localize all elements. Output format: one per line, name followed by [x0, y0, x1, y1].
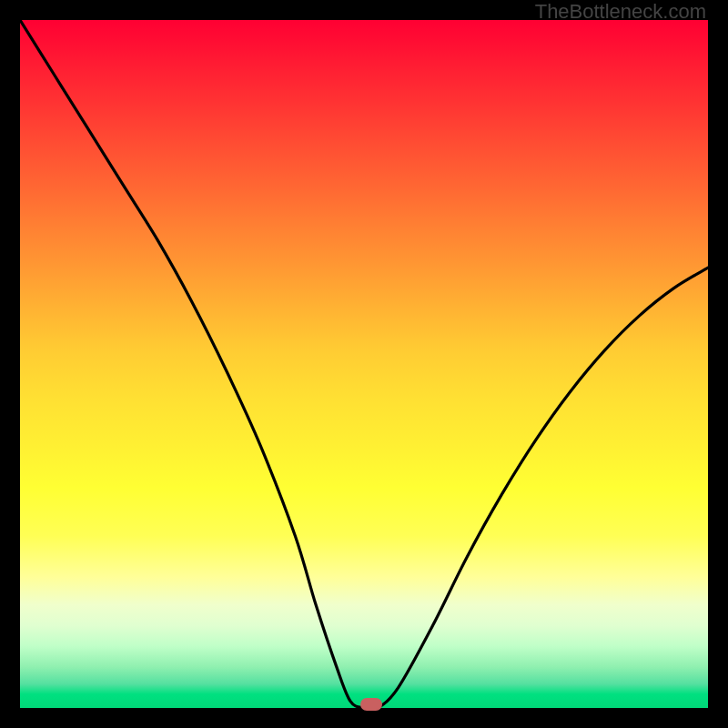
curve-svg [20, 20, 708, 708]
optimal-point-marker [360, 698, 382, 711]
plot-area [20, 20, 708, 708]
bottleneck-curve [20, 20, 708, 708]
chart-container: TheBottleneck.com [0, 0, 728, 728]
